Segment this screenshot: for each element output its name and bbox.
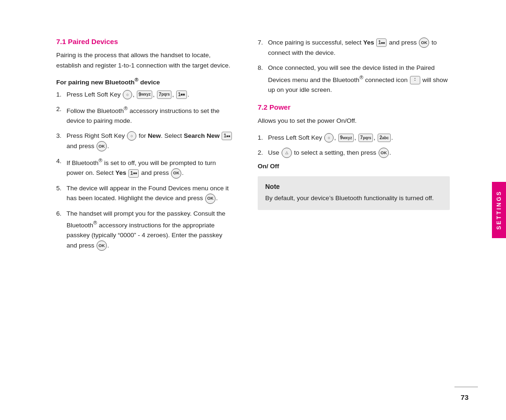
nav-key-p2: △ <box>282 148 292 158</box>
step-6-num: 6. <box>56 209 65 251</box>
ok-key-icon-7: OK <box>419 38 429 48</box>
step-1-num: 1. <box>56 90 65 100</box>
power-step-1-text: Press Left Soft Key ○, 9wxyz, 7pqrs, 2ab… <box>268 133 450 143</box>
settings-tab: SETTINGS <box>492 182 506 238</box>
note-text: By default, your device’s Bluetooth func… <box>265 193 442 203</box>
step-7-text: Once pairing is successful, select Yes 1… <box>268 38 450 58</box>
left-soft-key-icon: ○ <box>123 90 132 99</box>
step-8: 8. Once connected, you will see the devi… <box>258 63 450 95</box>
step-1-text: Press Left Soft Key ○, 9wxyz, 7pqrs, 1■■… <box>67 90 234 100</box>
step-2-text: Follow the Bluetooth® accessory instruct… <box>67 104 234 126</box>
step-7: 7. Once pairing is successful, select Ye… <box>258 38 450 58</box>
step-8-num: 8. <box>258 63 266 95</box>
9wxyz-key-icon: 9wxyz <box>137 90 152 99</box>
sub-heading-bluetooth: For pairing new Bluetooth® device <box>56 77 234 86</box>
bt-icon: ∶ <box>410 76 420 84</box>
section-71-title: 7.1 Paired Devices <box>56 38 234 45</box>
step-4: 4. If Bluetooth® is set to off, you will… <box>56 156 234 179</box>
left-column: 7.1 Paired Devices Pairing is the proces… <box>56 38 234 255</box>
power-step-1: 1. Press Left Soft Key ○, 9wxyz, 7pqrs, … <box>258 133 450 143</box>
ok-key-icon-4: OK <box>171 168 181 179</box>
step-4-text: If Bluetooth® is set to off, you will be… <box>67 156 234 179</box>
two-column-layout: 7.1 Paired Devices Pairing is the proces… <box>56 38 478 255</box>
right-column: 7. Once pairing is successful, select Ye… <box>258 38 450 255</box>
ok-key-icon-6: OK <box>97 240 107 251</box>
ok-key-icon-3: OK <box>97 141 107 151</box>
power-step-1-num: 1. <box>258 133 266 143</box>
note-box: Note By default, your device’s Bluetooth… <box>258 176 450 210</box>
step-3-text: Press Right Soft Key ○ for New. Select S… <box>67 131 234 151</box>
section-72-container: 7.2 Power Allows you to set the power On… <box>258 103 450 210</box>
yes-icon-7: 1■■ <box>376 38 387 47</box>
step-5: 5. The device will appear in the Found D… <box>56 183 234 204</box>
step-5-text: The device will appear in the Found Devi… <box>67 183 234 204</box>
power-intro: Allows you to set the power On/Off. <box>258 116 450 126</box>
page-divider <box>454 387 478 387</box>
yes-icon-4: 1■■ <box>128 169 139 178</box>
left-soft-key-icon-p1: ○ <box>324 133 334 142</box>
note-title: Note <box>265 183 442 190</box>
ok-key-p2: OK <box>379 148 389 158</box>
step-3-num: 3. <box>56 131 65 151</box>
7pqrs-key-icon: 7pqrs <box>157 90 172 99</box>
step-7-num: 7. <box>258 38 266 58</box>
power-step-2-num: 2. <box>258 148 266 158</box>
page-number: 73 <box>461 393 469 401</box>
search-new-icon: 1■■ <box>222 132 232 140</box>
step-2: 2. Follow the Bluetooth® accessory instr… <box>56 104 234 126</box>
on-off-label: On/ Off <box>258 163 450 170</box>
step-2-num: 2. <box>56 104 65 126</box>
step-3: 3. Press Right Soft Key ○ for New. Selec… <box>56 131 234 151</box>
step-8-text: Once connected, you will see the device … <box>268 63 450 95</box>
2abc-key-p1: 2abc <box>378 134 391 142</box>
9wxyz-key-p1: 9wxyz <box>338 134 354 142</box>
power-step-2-text: Use △ to select a setting, then press OK… <box>268 148 450 158</box>
step-4-num: 4. <box>56 156 65 179</box>
step-1: 1. Press Left Soft Key ○, 9wxyz, 7pqrs, … <box>56 90 234 100</box>
section-72-title: 7.2 Power <box>258 103 450 111</box>
intro-text: Pairing is the process that allows the h… <box>56 50 234 70</box>
step-6-text: The handset will prompt you for the pass… <box>67 209 234 251</box>
right-soft-key-icon: ○ <box>127 131 136 141</box>
step-6: 6. The handset will prompt you for the p… <box>56 209 234 251</box>
page-container: 7.1 Paired Devices Pairing is the proces… <box>0 0 506 420</box>
7pqrs-key-p1: 7pqrs <box>358 134 373 142</box>
power-step-2: 2. Use △ to select a setting, then press… <box>258 148 450 158</box>
step-5-num: 5. <box>56 183 65 204</box>
ok-key-icon-5: OK <box>205 194 216 204</box>
1-key-icon: 1■■ <box>176 90 187 99</box>
